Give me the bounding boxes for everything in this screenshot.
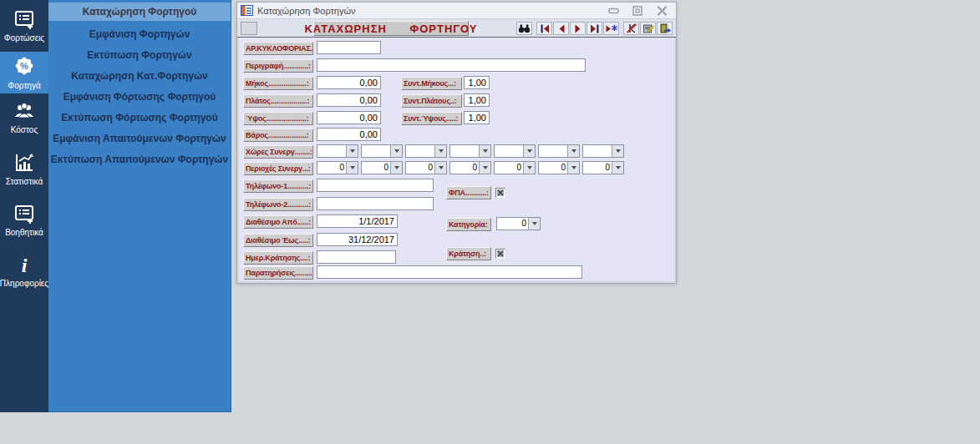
phone1-label: Τηλέφωνο-1...........: — [243, 179, 313, 193]
exit-form-button[interactable] — [657, 22, 673, 35]
cancel-record-icon — [626, 23, 637, 33]
coef-length-input[interactable] — [464, 76, 490, 89]
close-button[interactable] — [656, 5, 668, 17]
sidebar-item-statistics[interactable]: Στατιστικά — [0, 145, 48, 192]
region-combo-5[interactable]: 0 — [494, 161, 536, 174]
sidebar-item-cost[interactable]: Κόστος — [0, 93, 48, 140]
minimize-button[interactable] — [607, 5, 619, 17]
menu-item-show-truck-loading[interactable]: Εμφάνιση Φόρτωσης Φορτηγού — [48, 86, 231, 107]
chevron-down-icon — [523, 162, 535, 174]
region-combo-4[interactable]: 0 — [449, 161, 491, 174]
menu-item-show-trucks[interactable]: Εμφάνιση Φορτηγών — [48, 23, 231, 44]
remarks-input[interactable] — [317, 265, 582, 279]
vat-checkbox[interactable] — [495, 188, 505, 198]
region-combo-6[interactable]: 0 — [538, 161, 580, 174]
form-header-title: ΚΑΤΑΧΩΡΗΣΗ ΦΟΡΤΗΓΟΥ — [313, 21, 469, 36]
grayed-check-icon — [497, 250, 504, 257]
window-title: Καταχώρηση Φορτηγών — [257, 6, 356, 16]
description-input[interactable] — [317, 58, 586, 72]
reservation-checkbox[interactable] — [495, 249, 505, 259]
country-combo-2[interactable] — [361, 144, 403, 158]
window-controls — [607, 5, 668, 17]
next-record-icon — [572, 24, 584, 33]
form-body: ΑΡ.ΚΥΚΛΟΦΟΡΙΑΣ.: Περιγραφή.............:… — [239, 38, 674, 281]
previous-record-button[interactable] — [553, 22, 569, 35]
maximize-button[interactable] — [632, 5, 643, 17]
available-to-input[interactable] — [317, 233, 398, 246]
coef-length-label: Συντ.Μήκους...: — [401, 77, 462, 90]
next-record-button[interactable] — [570, 22, 586, 35]
find-button[interactable] — [516, 22, 532, 35]
phone1-input[interactable] — [317, 179, 434, 192]
maximize-icon — [632, 6, 642, 16]
cancel-record-button[interactable] — [623, 22, 639, 35]
chevron-down-icon — [479, 145, 490, 157]
coef-height-label: Συντ.Ύψους.....: — [401, 112, 462, 125]
sidebar-item-information[interactable]: i Πληροφορίες — [0, 247, 48, 294]
save-record-button[interactable] — [640, 22, 656, 35]
last-record-button[interactable] — [586, 22, 602, 35]
menu-item-show-required-trucks[interactable]: Εμφάνιση Απαιτούμενων Φορτηγών — [48, 128, 231, 149]
bar-chart-icon — [13, 152, 35, 174]
window-titlebar[interactable]: Καταχώρηση Φορτηγών — [237, 3, 676, 19]
reservation-date-input[interactable] — [317, 250, 396, 264]
country-combo-7[interactable] — [582, 144, 624, 158]
reg-no-input[interactable] — [317, 41, 381, 54]
phone2-input[interactable] — [317, 197, 434, 210]
chevron-down-icon — [434, 145, 446, 157]
coef-width-input[interactable] — [464, 93, 490, 107]
weight-label: Βάρος....................: — [243, 129, 313, 142]
length-input[interactable] — [317, 76, 381, 89]
record-selector — [241, 22, 257, 35]
countries-label: Χώρες Συνεργ........: — [243, 145, 313, 159]
sidebar-item-label: Φορτώσεις — [4, 33, 44, 43]
minimize-icon — [608, 8, 619, 14]
trucks-submenu: Καταχώρηση Φορτηγού Εμφάνιση Φορτηγών Εκ… — [48, 0, 231, 412]
record-toolbar — [516, 22, 673, 35]
sidebar-item-trucks[interactable]: % Φορτηγά — [0, 52, 48, 93]
region-combo-2[interactable]: 0 — [361, 161, 403, 174]
region-combo-7[interactable]: 0 — [582, 161, 624, 174]
description-label: Περιγραφή.............: — [243, 59, 313, 73]
users-icon — [13, 100, 35, 122]
sidebar-item-loadings[interactable]: Φορτώσεις — [0, 2, 48, 48]
sidebar-item-auxiliary[interactable]: Βοηθητικά — [0, 197, 48, 242]
sidebar-item-label: Κόστος — [11, 125, 38, 134]
country-combo-3[interactable] — [405, 144, 447, 158]
truck-registration-window: Καταχώρηση Φορτηγών ΚΑΤΑΧΩΡΗΣΗ — [236, 2, 677, 284]
menu-item-register-truck[interactable]: Καταχώρηση Φορτηγού — [48, 3, 231, 21]
new-record-button[interactable] — [603, 22, 619, 35]
first-record-button[interactable] — [536, 22, 552, 35]
auxiliary-form-icon — [13, 203, 35, 225]
region-combo-1[interactable]: 0 — [317, 161, 358, 174]
chevron-down-icon — [346, 145, 358, 157]
menu-item-print-truck-loading[interactable]: Εκτύπωση Φόρτωσης Φορτηγού — [48, 107, 231, 128]
country-combo-6[interactable] — [538, 144, 580, 158]
available-from-label: Διαθέσιμο Από......: — [243, 215, 313, 229]
previous-record-icon — [556, 24, 567, 33]
height-input[interactable] — [317, 111, 381, 124]
coef-height-input[interactable] — [464, 111, 490, 124]
menu-item-print-required-trucks[interactable]: Εκτύπωση Απαιτούμενων Φορτηγών — [48, 149, 231, 169]
svg-text:i: i — [22, 255, 28, 275]
category-combo[interactable]: 0 — [496, 217, 541, 230]
desktop: { "sidebar": { "items": [ { "label": "Φο… — [0, 0, 980, 444]
phone2-label: Τηλέφωνο-2...........: — [243, 198, 313, 211]
sidebar-item-label: Βοηθητικά — [5, 228, 43, 237]
menu-item-register-truck-categories[interactable]: Καταχώρηση Κατ.Φορτηγών — [48, 65, 231, 86]
chevron-down-icon — [390, 162, 402, 174]
last-record-icon — [589, 24, 601, 33]
menu-item-print-trucks[interactable]: Εκτύπωση Φορτηγών — [48, 44, 231, 65]
form-header-strip: ΚΑΤΑΧΩΡΗΣΗ ΦΟΡΤΗΓΟΥ — [237, 19, 676, 38]
weight-input[interactable] — [317, 128, 381, 141]
country-combo-5[interactable] — [494, 144, 536, 158]
width-input[interactable] — [317, 93, 381, 107]
country-combo-1[interactable] — [317, 144, 358, 158]
country-combo-4[interactable] — [449, 144, 491, 158]
chevron-down-icon — [390, 145, 402, 157]
available-from-input[interactable] — [317, 214, 398, 228]
sidebar: Φορτώσεις % Φορτηγά Κόστος — [0, 0, 48, 412]
regions-label: Περιοχές Συνεργ...: — [243, 162, 313, 175]
region-combo-3[interactable]: 0 — [405, 161, 447, 174]
reservation-date-label: Ημερ.Κράτησης....: — [243, 251, 313, 265]
